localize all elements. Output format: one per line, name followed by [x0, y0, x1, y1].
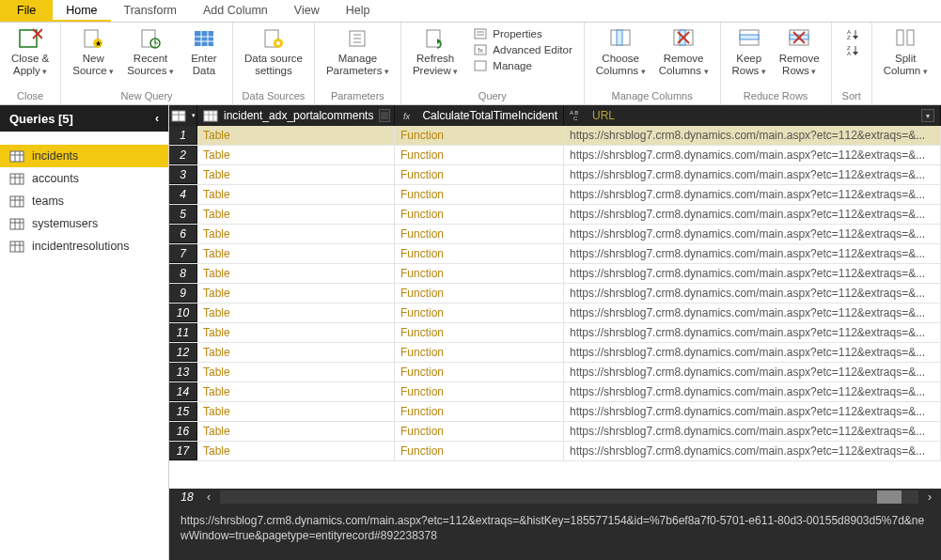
scroll-right-icon[interactable]: ›	[922, 490, 937, 504]
data-source-settings-button[interactable]: Data source settings	[239, 24, 308, 79]
cell-function[interactable]: Function	[395, 185, 564, 204]
cell-table[interactable]: Table	[197, 185, 395, 204]
table-row[interactable]: 3TableFunctionhttps://shrsblog7.crm8.dyn…	[169, 165, 941, 185]
cell-function[interactable]: Function	[395, 244, 564, 263]
tab-view[interactable]: View	[281, 0, 333, 22]
table-row[interactable]: 13TableFunctionhttps://shrsblog7.crm8.dy…	[169, 363, 941, 382]
cell-table[interactable]: Table	[197, 323, 395, 342]
tab-help[interactable]: Help	[333, 0, 384, 22]
table-row[interactable]: 17TableFunctionhttps://shrsblog7.crm8.dy…	[169, 442, 941, 461]
cell-function[interactable]: Function	[395, 323, 564, 342]
cell-function[interactable]: Function	[395, 422, 564, 441]
cell-function[interactable]: Function	[395, 126, 564, 145]
cell-url[interactable]: https://shrsblog7.crm8.dynamics.com/main…	[564, 165, 941, 184]
scroll-left-icon[interactable]: ‹	[201, 490, 216, 504]
recent-sources-button[interactable]: Recent Sources	[121, 24, 180, 80]
query-item-incidentresolutions[interactable]: incidentresolutions	[0, 235, 168, 257]
cell-url[interactable]: https://shrsblog7.crm8.dynamics.com/main…	[564, 244, 941, 263]
cell-table[interactable]: Table	[197, 225, 395, 243]
cell-url[interactable]: https://shrsblog7.crm8.dynamics.com/main…	[564, 422, 941, 441]
tab-home[interactable]: Home	[53, 0, 110, 22]
sort-desc-button[interactable]: ZA	[839, 42, 866, 57]
cell-url[interactable]: https://shrsblog7.crm8.dynamics.com/main…	[564, 363, 941, 381]
cell-table[interactable]: Table	[197, 442, 395, 460]
cell-url[interactable]: https://shrsblog7.crm8.dynamics.com/main…	[564, 402, 941, 421]
cell-url[interactable]: https://shrsblog7.crm8.dynamics.com/main…	[564, 146, 941, 164]
table-row[interactable]: 15TableFunctionhttps://shrsblog7.crm8.dy…	[169, 402, 941, 422]
cell-function[interactable]: Function	[395, 402, 564, 421]
group-by-button[interactable]: Group By	[935, 24, 941, 79]
cell-function[interactable]: Function	[395, 303, 564, 322]
cell-table[interactable]: Table	[197, 165, 395, 184]
cell-function[interactable]: Function	[395, 382, 564, 401]
horizontal-scrollbar[interactable]: 18 ‹ ›	[169, 489, 941, 506]
scroll-track[interactable]	[220, 490, 918, 504]
table-row[interactable]: 14TableFunctionhttps://shrsblog7.crm8.dy…	[169, 382, 941, 402]
cell-function[interactable]: Function	[395, 442, 564, 460]
cell-table[interactable]: Table	[197, 126, 395, 145]
cell-url[interactable]: https://shrsblog7.crm8.dynamics.com/main…	[564, 205, 941, 224]
query-item-accounts[interactable]: accounts	[0, 167, 168, 190]
refresh-preview-button[interactable]: Refresh Preview	[407, 24, 463, 80]
scroll-thumb[interactable]	[877, 490, 902, 504]
table-row[interactable]: 16TableFunctionhttps://shrsblog7.crm8.dy…	[169, 422, 941, 442]
keep-rows-button[interactable]: Keep Rows	[727, 24, 772, 80]
cell-table[interactable]: Table	[197, 402, 395, 421]
table-row[interactable]: 9TableFunctionhttps://shrsblog7.crm8.dyn…	[169, 284, 941, 303]
table-row[interactable]: 10TableFunctionhttps://shrsblog7.crm8.dy…	[169, 303, 941, 323]
choose-columns-button[interactable]: Choose Columns	[590, 24, 651, 80]
cell-url[interactable]: https://shrsblog7.crm8.dynamics.com/main…	[564, 225, 941, 243]
cell-url[interactable]: https://shrsblog7.crm8.dynamics.com/main…	[564, 284, 941, 303]
cell-url[interactable]: https://shrsblog7.crm8.dynamics.com/main…	[564, 442, 941, 460]
table-row[interactable]: 4TableFunctionhttps://shrsblog7.crm8.dyn…	[169, 185, 941, 205]
cell-table[interactable]: Table	[197, 303, 395, 322]
cell-function[interactable]: Function	[395, 146, 564, 164]
cell-function[interactable]: Function	[395, 343, 564, 362]
tab-file[interactable]: File	[0, 0, 53, 22]
cell-function[interactable]: Function	[395, 225, 564, 243]
new-source-button[interactable]: ★ New Source	[67, 24, 119, 80]
column-header-3[interactable]: A BC URL ▾	[564, 105, 941, 126]
enter-data-button[interactable]: Enter Data	[181, 24, 227, 79]
cell-table[interactable]: Table	[197, 146, 395, 164]
table-row[interactable]: 8TableFunctionhttps://shrsblog7.crm8.dyn…	[169, 264, 941, 284]
query-item-teams[interactable]: teams	[0, 190, 168, 212]
column-header-2[interactable]: fx CalculateTotalTimeIncident	[395, 105, 564, 126]
cell-url[interactable]: https://shrsblog7.crm8.dynamics.com/main…	[564, 264, 941, 283]
cell-url[interactable]: https://shrsblog7.crm8.dynamics.com/main…	[564, 126, 941, 145]
cell-url[interactable]: https://shrsblog7.crm8.dynamics.com/main…	[564, 185, 941, 204]
manage-query-button[interactable]: Manage	[467, 58, 577, 73]
rownum-header[interactable]: ▾	[169, 105, 197, 126]
cell-table[interactable]: Table	[197, 363, 395, 381]
cell-function[interactable]: Function	[395, 284, 564, 303]
cell-table[interactable]: Table	[197, 264, 395, 283]
split-column-button[interactable]: Split Column	[878, 24, 933, 80]
table-row[interactable]: 11TableFunctionhttps://shrsblog7.crm8.dy…	[169, 323, 941, 343]
manage-parameters-button[interactable]: Manage Parameters	[321, 24, 395, 80]
properties-button[interactable]: Properties	[467, 26, 577, 41]
close-and-apply-button[interactable]: Close & Apply	[6, 24, 55, 80]
query-item-incidents[interactable]: incidents	[0, 145, 168, 167]
collapse-queries-icon[interactable]: ‹	[155, 112, 159, 125]
cell-function[interactable]: Function	[395, 205, 564, 224]
cell-function[interactable]: Function	[395, 165, 564, 184]
cell-url[interactable]: https://shrsblog7.crm8.dynamics.com/main…	[564, 343, 941, 362]
sort-asc-button[interactable]: AZ	[839, 26, 866, 41]
column-1-filter[interactable]	[379, 109, 390, 122]
remove-rows-button[interactable]: Remove Rows	[774, 24, 825, 80]
remove-columns-button[interactable]: Remove Columns	[653, 24, 714, 80]
cell-url[interactable]: https://shrsblog7.crm8.dynamics.com/main…	[564, 382, 941, 401]
cell-table[interactable]: Table	[197, 244, 395, 263]
table-row[interactable]: 2TableFunctionhttps://shrsblog7.crm8.dyn…	[169, 146, 941, 165]
cell-url[interactable]: https://shrsblog7.crm8.dynamics.com/main…	[564, 323, 941, 342]
table-row[interactable]: 6TableFunctionhttps://shrsblog7.crm8.dyn…	[169, 225, 941, 244]
cell-url[interactable]: https://shrsblog7.crm8.dynamics.com/main…	[564, 303, 941, 322]
cell-table[interactable]: Table	[197, 382, 395, 401]
tab-transform[interactable]: Transform	[111, 0, 191, 22]
cell-table[interactable]: Table	[197, 284, 395, 303]
table-row[interactable]: 7TableFunctionhttps://shrsblog7.crm8.dyn…	[169, 244, 941, 264]
tab-add-column[interactable]: Add Column	[190, 0, 281, 22]
cell-table[interactable]: Table	[197, 422, 395, 441]
column-3-filter[interactable]: ▾	[921, 109, 934, 122]
column-header-1[interactable]: incident_adx_portalcomments	[197, 105, 395, 126]
